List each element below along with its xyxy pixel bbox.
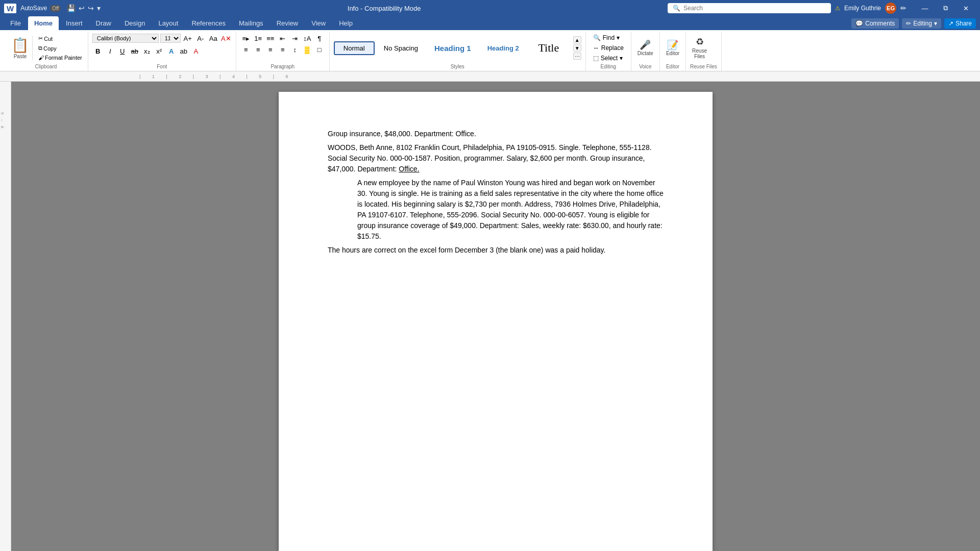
styles-scroll-up[interactable]: ▲ xyxy=(573,36,581,43)
superscript-button[interactable]: x² xyxy=(154,46,165,56)
styles-controls: Normal No Spacing Heading 1 Heading 2 Ti… xyxy=(334,33,581,63)
styles-label: Styles xyxy=(334,63,581,70)
align-right-button[interactable]: ≡ xyxy=(265,44,276,55)
search-box[interactable]: 🔍 xyxy=(668,3,831,13)
word-logo: W xyxy=(4,4,16,13)
tab-mailings[interactable]: Mailings xyxy=(233,16,270,30)
font-name-select[interactable]: Calibri (Body) xyxy=(92,34,159,43)
editing-button[interactable]: ✏ Editing ▾ xyxy=(902,18,941,29)
numbering-button[interactable]: 1≡ xyxy=(253,33,264,43)
pen-icon[interactable]: ✏ xyxy=(900,4,906,12)
sort-button[interactable]: ↕A xyxy=(302,33,313,43)
align-center-button[interactable]: ≡ xyxy=(253,44,264,55)
autosave-toggle[interactable]: Off xyxy=(50,5,61,12)
style-heading2[interactable]: Heading 2 xyxy=(480,41,526,55)
clear-format-button[interactable]: A✕ xyxy=(220,33,232,43)
tab-view[interactable]: View xyxy=(305,16,332,30)
show-marks-button[interactable]: ¶ xyxy=(314,33,325,43)
style-normal[interactable]: Normal xyxy=(334,41,375,55)
document-page[interactable]: Group insurance, $48,000. Department: Of… xyxy=(279,92,713,551)
clipboard-group: 📋 Paste ✂ Cut ⧉ Copy 🖌 Format Painter Cl… xyxy=(4,32,88,71)
cut-button[interactable]: ✂ Cut xyxy=(37,34,84,43)
multilevel-button[interactable]: ≡≡ xyxy=(265,33,276,43)
doc-text-2: WOODS, Beth Anne, 8102 Franklin Court, P… xyxy=(328,143,652,173)
change-case-button[interactable]: Aa xyxy=(208,33,219,43)
user-section: ⚠ Emily Guthrie EG ✏ xyxy=(835,3,906,14)
italic-button[interactable]: I xyxy=(105,46,116,56)
line-spacing-button[interactable]: ↕ xyxy=(289,44,301,55)
restore-button[interactable]: ⧉ xyxy=(935,0,955,16)
underline-button[interactable]: U xyxy=(117,46,128,56)
tab-insert[interactable]: Insert xyxy=(60,16,89,30)
tab-draw[interactable]: Draw xyxy=(90,16,117,30)
copy-button[interactable]: ⧉ Copy xyxy=(37,44,84,53)
close-button[interactable]: ✕ xyxy=(955,0,976,16)
doc-text-4: The hours are correct on the excel form … xyxy=(328,246,605,254)
format-painter-button[interactable]: 🖌 Format Painter xyxy=(37,54,84,62)
editor-icon: 📝 xyxy=(667,40,678,51)
share-button[interactable]: ↗ Share xyxy=(944,18,976,29)
tab-help[interactable]: Help xyxy=(333,16,359,30)
clipboard-small-buttons: ✂ Cut ⧉ Copy 🖌 Format Painter xyxy=(37,34,84,62)
tab-layout[interactable]: Layout xyxy=(152,16,184,30)
tab-file[interactable]: File xyxy=(4,16,27,30)
replace-button[interactable]: ↔ Replace xyxy=(590,43,627,53)
ruler: | 1 | 2 | 3 | 4 | 5 | 6 xyxy=(0,71,980,82)
decrease-indent-button[interactable]: ⇤ xyxy=(277,33,288,43)
user-avatar[interactable]: EG xyxy=(885,3,896,14)
dictate-button[interactable]: 🎤 Dictate xyxy=(635,39,655,58)
bullets-button[interactable]: ≡▸ xyxy=(240,33,252,43)
tab-design[interactable]: Design xyxy=(118,16,151,30)
bold-button[interactable]: B xyxy=(92,46,104,56)
shading-button[interactable]: ▓ xyxy=(302,44,313,55)
more-icon[interactable]: ▾ xyxy=(97,4,101,12)
editing-buttons: 🔍 Find ▾ ↔ Replace ⬚ Select ▾ xyxy=(590,33,627,63)
style-heading1[interactable]: Heading 1 xyxy=(427,41,478,56)
doc-text-2-underline: Office. xyxy=(399,165,419,173)
justify-button[interactable]: ≡ xyxy=(277,44,288,55)
text-highlight-button[interactable]: ab xyxy=(178,46,189,56)
increase-indent-button[interactable]: ⇥ xyxy=(289,33,301,43)
tab-home[interactable]: Home xyxy=(28,16,59,30)
doc-paragraph-4[interactable]: The hours are correct on the excel form … xyxy=(328,245,664,256)
ribbon-tabs-bar: File Home Insert Draw Design Layout Refe… xyxy=(0,16,980,30)
font-size-select[interactable]: 11 xyxy=(160,34,181,43)
para-row-1: ≡▸ 1≡ ≡≡ ⇤ ⇥ ↕A ¶ xyxy=(240,33,325,43)
tab-references[interactable]: References xyxy=(185,16,231,30)
undo-icon[interactable]: ↩ xyxy=(79,4,85,12)
borders-button[interactable]: □ xyxy=(314,44,325,55)
select-button[interactable]: ⬚ Select ▾ xyxy=(590,54,627,63)
tab-review[interactable]: Review xyxy=(271,16,305,30)
search-input[interactable] xyxy=(683,5,821,12)
align-left-button[interactable]: ≡ xyxy=(240,44,252,55)
font-grow-button[interactable]: A+ xyxy=(182,33,193,43)
doc-paragraph-2[interactable]: WOODS, Beth Anne, 8102 Franklin Court, P… xyxy=(328,142,664,174)
style-title[interactable]: Title xyxy=(528,38,569,58)
find-button[interactable]: 🔍 Find ▾ xyxy=(590,33,627,42)
editor-button[interactable]: 📝 Editor xyxy=(664,39,681,58)
replace-icon: ↔ xyxy=(593,44,599,52)
para-row-2: ≡ ≡ ≡ ≡ ↕ ▓ □ xyxy=(240,44,325,55)
font-row-2: B I U ab x₂ x² A ab A xyxy=(92,46,202,56)
doc-paragraph-1[interactable]: Group insurance, $48,000. Department: Of… xyxy=(328,129,664,139)
strikethrough-button[interactable]: ab xyxy=(129,46,140,56)
warning-icon: ⚠ xyxy=(835,5,840,12)
save-icon[interactable]: 💾 xyxy=(67,4,76,12)
reuse-files-button[interactable]: ♻ Reuse Files xyxy=(690,36,709,60)
document-area[interactable]: Group insurance, $48,000. Department: Of… xyxy=(11,82,980,551)
subscript-button[interactable]: x₂ xyxy=(141,46,153,56)
ribbon-top-right: 💬 Comments ✏ Editing ▾ ↗ Share xyxy=(851,18,976,29)
minimize-button[interactable]: — xyxy=(915,0,935,16)
style-no-spacing[interactable]: No Spacing xyxy=(377,41,425,55)
editor-group: 📝 Editor Editor xyxy=(660,32,686,71)
styles-more[interactable]: ⋯ xyxy=(573,53,581,60)
font-color-button[interactable]: A xyxy=(190,46,202,56)
paste-button[interactable]: 📋 Paste xyxy=(8,36,33,60)
text-effects-button[interactable]: A xyxy=(166,46,177,56)
redo-icon[interactable]: ↪ xyxy=(88,4,94,12)
font-shrink-button[interactable]: A- xyxy=(195,33,206,43)
styles-scroll-down[interactable]: ▼ xyxy=(573,44,581,52)
doc-paragraph-3[interactable]: A new employee by the name of Paul Winst… xyxy=(357,178,664,242)
comments-button[interactable]: 💬 Comments xyxy=(851,18,899,29)
clipboard-group-top: 📋 Paste ✂ Cut ⧉ Copy 🖌 Format Painter xyxy=(8,33,84,63)
